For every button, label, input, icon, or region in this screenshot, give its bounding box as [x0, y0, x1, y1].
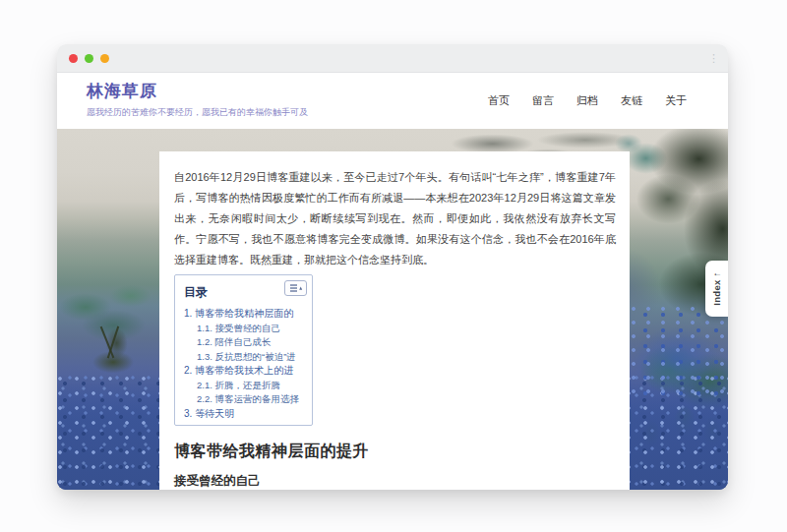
toc-link[interactable]: 3. 等待天明 [184, 408, 234, 419]
table-of-contents: 目录 1. 博客带给我精神层面的提升 1.1. 接受曾经的自己 1.2. [174, 274, 313, 426]
site-branding: 林海草原 愿我经历的苦难你不要经历，愿我已有的幸福你触手可及 [87, 80, 308, 119]
traffic-light-yellow-icon[interactable] [100, 54, 109, 63]
toc-link[interactable]: 1.3. 反抗思想的“被迫”进化 [197, 351, 296, 363]
article-intro-paragraph: 自2016年12月29日博客重建以来，至今已走过7个年头。有句话叫“七年之痒”，… [174, 167, 616, 270]
nav-item-links[interactable]: 友链 [621, 93, 642, 108]
traffic-light-green-icon[interactable] [85, 54, 93, 63]
painting-green-bushes [57, 266, 170, 340]
nav-item-messages[interactable]: 留言 [532, 93, 554, 108]
site-header: 林海草原 愿我经历的苦难你不要经历，愿我已有的幸福你触手可及 首页 留言 归档 … [57, 73, 728, 129]
list-icon [289, 283, 303, 293]
toc-item: 1.2. 陪伴自己成长 [184, 333, 303, 348]
toc-item: 1.3. 反抗思想的“被迫”进化 [184, 348, 303, 363]
nav-item-archive[interactable]: 归档 [576, 93, 598, 108]
painting-grass-tuft [79, 322, 148, 376]
subsection-heading: 接受曾经的自己 [174, 473, 616, 490]
toc-link[interactable]: 2. 博客带给我技术上的进步 [184, 365, 293, 377]
article-card: 自2016年12月29日博客重建以来，至今已走过7个年头。有句话叫“七年之痒”，… [159, 151, 630, 490]
toc-item: 1. 博客带给我精神层面的提升 [184, 305, 303, 320]
toc-link[interactable]: 1.1. 接受曾经的自己 [197, 323, 280, 333]
index-tab-label: Index ↑ [711, 271, 722, 305]
toc-item: 2.1. 折腾，还是折腾 [184, 377, 303, 391]
traffic-light-red-icon[interactable] [69, 54, 78, 63]
toc-link[interactable]: 2.2. 博客运营的备用选择 [197, 393, 299, 404]
toc-link[interactable]: 1. 博客带给我精神层面的提升 [184, 308, 293, 320]
toc-item: 3. 等待天明 [184, 405, 303, 420]
toc-list: 1. 博客带给我精神层面的提升 1.1. 接受曾经的自己 1.2. 陪伴自己成长… [184, 305, 303, 419]
nav-item-about[interactable]: 关于 [665, 93, 687, 108]
background-painting: 自2016年12月29日博客重建以来，至今已走过7个年头。有句话叫“七年之痒”，… [57, 129, 728, 490]
up-arrow-icon: ↑ [711, 271, 722, 276]
toc-toggle-button[interactable] [284, 280, 307, 296]
section-heading: 博客带给我精神层面的提升 [174, 442, 616, 462]
toc-item: 2. 博客带给我技术上的进步 [184, 362, 303, 377]
main-navigation: 首页 留言 归档 友链 关于 [488, 73, 687, 129]
browser-window: ⋮ 林海草原 愿我经历的苦难你不要经历，愿我已有的幸福你触手可及 首页 留言 归… [57, 44, 728, 490]
toc-item: 2.2. 博客运营的备用选择 [184, 390, 303, 405]
toc-link[interactable]: 2.1. 折腾，还是折腾 [197, 380, 280, 390]
site-title[interactable]: 林海草原 [87, 80, 308, 102]
index-side-tab[interactable]: Index ↑ [705, 261, 728, 317]
window-titlebar: ⋮ [57, 44, 728, 73]
toc-link[interactable]: 1.2. 陪伴自己成长 [197, 336, 272, 347]
toc-title: 目录 [184, 285, 208, 299]
kebab-menu-icon[interactable]: ⋮ [708, 53, 719, 64]
toc-item: 1.1. 接受曾经的自己 [184, 320, 303, 334]
nav-item-home[interactable]: 首页 [488, 93, 510, 108]
site-subtitle: 愿我经历的苦难你不要经历，愿我已有的幸福你触手可及 [87, 106, 308, 119]
